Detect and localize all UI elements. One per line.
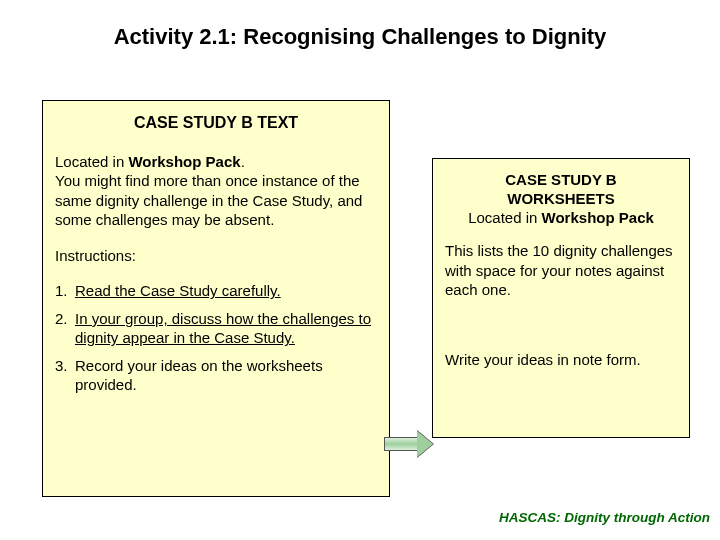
instructions-label: Instructions: [55, 246, 377, 266]
right-heading-bold: Workshop Pack [542, 209, 654, 226]
right-heading: CASE STUDY B WORKSHEETS Located in Works… [445, 171, 677, 227]
right-write: Write your ideas in note form. [445, 350, 677, 370]
right-heading-line1: CASE STUDY B [505, 171, 616, 188]
step-num: 2. [55, 309, 75, 329]
step-num: 1. [55, 281, 75, 301]
right-desc: This lists the 10 dignity challenges wit… [445, 241, 677, 300]
located-prefix: Located in [55, 153, 128, 170]
step-text: Read the Case Study carefully. [75, 281, 281, 301]
left-para: You might find more than once instance o… [55, 171, 377, 230]
step-text: In your group, discuss how the challenge… [75, 309, 377, 348]
located-suffix: . [241, 153, 245, 170]
left-heading: CASE STUDY B TEXT [55, 113, 377, 134]
step-2: 2. In your group, discuss how the challe… [55, 309, 377, 348]
right-heading-line2: WORKSHEETS [507, 190, 615, 207]
step-1: 1. Read the Case Study carefully. [55, 281, 377, 301]
step-num: 3. [55, 356, 75, 376]
footer-text: HASCAS: Dignity through Action [499, 510, 710, 525]
arrow-icon [384, 432, 434, 456]
located-bold: Workshop Pack [128, 153, 240, 170]
right-panel: CASE STUDY B WORKSHEETS Located in Works… [432, 158, 690, 438]
step-text: Record your ideas on the worksheets prov… [75, 356, 377, 395]
step-3: 3. Record your ideas on the worksheets p… [55, 356, 377, 395]
left-located: Located in Workshop Pack. [55, 152, 377, 172]
right-heading-prefix: Located in [468, 209, 541, 226]
left-panel: CASE STUDY B TEXT Located in Workshop Pa… [42, 100, 390, 497]
page-title: Activity 2.1: Recognising Challenges to … [0, 24, 720, 50]
